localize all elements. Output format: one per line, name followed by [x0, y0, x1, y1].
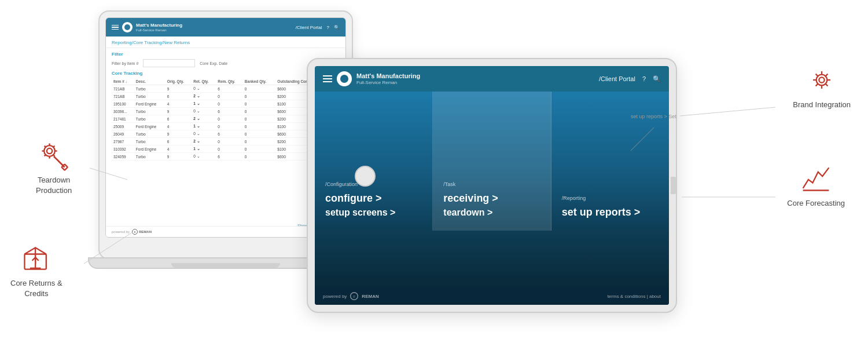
- laptop-search-icon[interactable]: 🔍: [334, 25, 340, 30]
- laptop-client-portal[interactable]: /Client Portal: [296, 25, 322, 30]
- core-returns-icon: [20, 242, 53, 275]
- laptop-filter-input[interactable]: [143, 59, 195, 67]
- tablet-footer-reman: REMAN: [362, 294, 378, 299]
- table-row: 27987 Turbo 6 2 ⌄ 0 0 $200: [112, 138, 340, 145]
- laptop-section-title: Core Tracking: [112, 71, 340, 76]
- laptop-filter-row: Filter by Item # Core Exp. Date: [112, 59, 340, 67]
- tablet-logo-area: Matt's Manufacturing Full-Service Reman: [323, 71, 420, 86]
- laptop-core-exp-label: Core Exp. Date: [200, 61, 227, 65]
- tablet-footer-links-text[interactable]: terms & conditions | about: [608, 294, 661, 299]
- set-up-reports-annotation: set up reports > Set: [631, 113, 700, 121]
- svg-line-12: [53, 146, 55, 148]
- svg-line-26: [816, 74, 818, 76]
- tablet-nav-right: /Client Portal ? 🔍: [599, 75, 661, 83]
- laptop-nav-right: /Client Portal ? 🔍: [296, 25, 340, 30]
- laptop-powered-by: powered by: [112, 230, 130, 234]
- svg-point-5: [47, 148, 52, 154]
- svg-line-28: [826, 74, 828, 76]
- core-forecasting-label: Core Forecasting: [787, 198, 845, 209]
- tablet-card-task[interactable]: /Task receiving >teardown >: [433, 92, 551, 231]
- svg-text:R: R: [354, 296, 356, 298]
- tablet-card-reporting[interactable]: /Reporting set up reports >: [551, 92, 669, 231]
- laptop-logo-area: Matt's Manufacturing Full-Service Reman: [112, 22, 182, 32]
- laptop-filter-by-label: Filter by Item #: [112, 61, 138, 65]
- tablet-powered-by: powered by: [323, 294, 347, 299]
- svg-text:R: R: [134, 231, 136, 234]
- core-returns-label: Core Returns &Credits: [10, 278, 62, 299]
- laptop-breadcrumb: Reporting/Core Tracking/New Returns: [106, 37, 345, 48]
- tablet-home-button[interactable]: [671, 177, 676, 194]
- table-row: 310392 Ford Engine 4 1 ⌄ 0 0 $100: [112, 145, 340, 153]
- col-ret: Ret. Qty.: [192, 78, 216, 85]
- tablet-hamburger-icon[interactable]: [323, 75, 332, 82]
- teardown-icon: [38, 139, 70, 172]
- brand-integration-feature: Brand Integration: [793, 64, 851, 110]
- teardown-feature: TeardownProduction: [36, 139, 72, 196]
- svg-line-27: [826, 83, 828, 86]
- laptop-app-header: Matt's Manufacturing Full-Service Reman …: [106, 18, 345, 37]
- col-rem: Rem. Qty.: [216, 78, 243, 85]
- svg-point-21: [819, 77, 824, 82]
- tablet-card-configure[interactable]: /Configuration configure >setup screens …: [315, 92, 433, 231]
- col-orig: Orig. Qty.: [165, 78, 192, 85]
- core-forecasting-feature: Core Forecasting: [787, 162, 845, 209]
- table-row: 324059 Turbo 9 0 ⌄ 6 0 $600: [112, 153, 340, 161]
- teardown-label: TeardownProduction: [36, 175, 72, 196]
- table-row: 26049 Turbo 9 0 ⌄ 6 0 $600: [112, 130, 340, 138]
- overlap-circle: [355, 166, 376, 187]
- laptop-filter-label: Filter: [112, 52, 340, 57]
- col-desc: Desc.: [134, 78, 165, 85]
- svg-line-29: [816, 83, 818, 86]
- table-row: 217481 Turbo 6 2 ⌄ 0 0 $200: [112, 115, 340, 123]
- brand-integration-label: Brand Integration: [793, 100, 851, 110]
- tablet-question-icon[interactable]: ?: [642, 75, 646, 82]
- laptop-reman-logo: R REMAN: [132, 229, 152, 235]
- laptop-base-inner: [171, 263, 281, 268]
- tablet-app-header: Matt's Manufacturing Full-Service Reman …: [315, 66, 669, 92]
- col-banked: Banked Qty.: [243, 78, 275, 85]
- tablet-card-reporting-title: set up reports >: [562, 206, 659, 219]
- tablet-card-task-label: /Task: [443, 181, 540, 187]
- table-row: 721AB Turbo 6 2 ⌄ 0 0 $200: [112, 93, 340, 100]
- tablet-hero-nav: /Configuration configure >setup screens …: [315, 92, 669, 231]
- laptop-logo-circle: [122, 22, 133, 32]
- laptop-question-icon[interactable]: ?: [327, 25, 329, 30]
- col-item: Item # ↓: [112, 78, 134, 85]
- tablet-client-portal[interactable]: /Client Portal: [599, 75, 635, 82]
- tablet-footer: powered by R REMAN terms & conditions | …: [315, 287, 669, 305]
- tablet-brand-text: Matt's Manufacturing Full-Service Reman: [356, 72, 420, 85]
- tablet-footer-brand: powered by R REMAN: [323, 292, 379, 300]
- tablet-search-icon[interactable]: 🔍: [653, 75, 661, 83]
- core-returns-feature: Core Returns &Credits: [10, 242, 62, 299]
- laptop-brand-text: Matt's Manufacturing Full-Service Reman: [136, 23, 182, 32]
- table-row: 195100 Ford Engine 4 1 ⌄ 0 0 $100: [112, 100, 340, 108]
- core-forecasting-icon: [800, 162, 832, 195]
- svg-line-10: [45, 146, 46, 148]
- table-row: 30398... Turbo 9 0 ⌄ 6 0 $600: [112, 108, 340, 115]
- tablet-logo-circle: [337, 71, 352, 86]
- laptop-core-tracking-table: Item # ↓ Desc. Orig. Qty. Ret. Qty. Rem.…: [112, 78, 340, 161]
- laptop-hamburger-icon[interactable]: [112, 25, 119, 30]
- tablet-card-config-title: configure >setup screens >: [325, 192, 422, 219]
- svg-line-13: [45, 155, 46, 156]
- tablet-card-task-title: receiving >teardown >: [443, 192, 540, 219]
- table-row: 721AB Turbo 9 0 ⌄ 6 0 $600: [112, 85, 340, 93]
- tablet-card-config-label: /Configuration: [325, 181, 422, 187]
- tablet-card-reporting-label: /Reporting: [562, 195, 659, 201]
- brand-integration-icon: [806, 64, 838, 96]
- table-row: 25009 Ford Engine 4 1 ⌄ 0 0 $100: [112, 123, 340, 130]
- tablet-footer-links: terms & conditions | about: [608, 294, 661, 299]
